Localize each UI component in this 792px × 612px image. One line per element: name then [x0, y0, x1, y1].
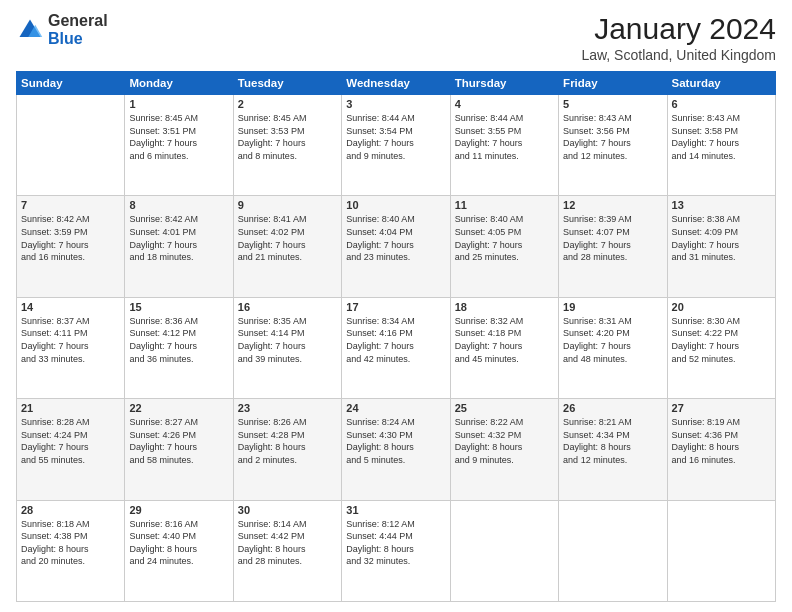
day-number: 10 [346, 199, 445, 211]
day-number: 6 [672, 98, 771, 110]
calendar-cell: 27Sunrise: 8:19 AM Sunset: 4:36 PM Dayli… [667, 399, 775, 500]
location: Law, Scotland, United Kingdom [581, 47, 776, 63]
day-info: Sunrise: 8:24 AM Sunset: 4:30 PM Dayligh… [346, 416, 445, 466]
calendar-table: SundayMondayTuesdayWednesdayThursdayFrid… [16, 71, 776, 602]
day-number: 18 [455, 301, 554, 313]
calendar-cell: 21Sunrise: 8:28 AM Sunset: 4:24 PM Dayli… [17, 399, 125, 500]
calendar-cell: 28Sunrise: 8:18 AM Sunset: 4:38 PM Dayli… [17, 500, 125, 601]
day-number: 29 [129, 504, 228, 516]
day-info: Sunrise: 8:43 AM Sunset: 3:56 PM Dayligh… [563, 112, 662, 162]
calendar-cell: 11Sunrise: 8:40 AM Sunset: 4:05 PM Dayli… [450, 196, 558, 297]
month-title: January 2024 [581, 12, 776, 45]
logo-text: General Blue [48, 12, 108, 47]
calendar-cell: 2Sunrise: 8:45 AM Sunset: 3:53 PM Daylig… [233, 95, 341, 196]
day-info: Sunrise: 8:26 AM Sunset: 4:28 PM Dayligh… [238, 416, 337, 466]
calendar-cell: 13Sunrise: 8:38 AM Sunset: 4:09 PM Dayli… [667, 196, 775, 297]
day-info: Sunrise: 8:40 AM Sunset: 4:05 PM Dayligh… [455, 213, 554, 263]
calendar-header-sunday: Sunday [17, 72, 125, 95]
calendar-cell [559, 500, 667, 601]
logo-icon [16, 16, 44, 44]
day-number: 2 [238, 98, 337, 110]
day-number: 31 [346, 504, 445, 516]
calendar-cell [667, 500, 775, 601]
day-info: Sunrise: 8:42 AM Sunset: 4:01 PM Dayligh… [129, 213, 228, 263]
day-info: Sunrise: 8:42 AM Sunset: 3:59 PM Dayligh… [21, 213, 120, 263]
calendar-cell: 16Sunrise: 8:35 AM Sunset: 4:14 PM Dayli… [233, 297, 341, 398]
day-info: Sunrise: 8:35 AM Sunset: 4:14 PM Dayligh… [238, 315, 337, 365]
logo-general: General [48, 12, 108, 30]
calendar-cell: 9Sunrise: 8:41 AM Sunset: 4:02 PM Daylig… [233, 196, 341, 297]
calendar-header-saturday: Saturday [667, 72, 775, 95]
day-info: Sunrise: 8:45 AM Sunset: 3:53 PM Dayligh… [238, 112, 337, 162]
day-info: Sunrise: 8:22 AM Sunset: 4:32 PM Dayligh… [455, 416, 554, 466]
day-info: Sunrise: 8:18 AM Sunset: 4:38 PM Dayligh… [21, 518, 120, 568]
calendar-cell: 25Sunrise: 8:22 AM Sunset: 4:32 PM Dayli… [450, 399, 558, 500]
day-number: 9 [238, 199, 337, 211]
day-info: Sunrise: 8:16 AM Sunset: 4:40 PM Dayligh… [129, 518, 228, 568]
calendar-cell: 5Sunrise: 8:43 AM Sunset: 3:56 PM Daylig… [559, 95, 667, 196]
calendar-cell: 1Sunrise: 8:45 AM Sunset: 3:51 PM Daylig… [125, 95, 233, 196]
calendar-week-3: 14Sunrise: 8:37 AM Sunset: 4:11 PM Dayli… [17, 297, 776, 398]
page: General Blue January 2024 Law, Scotland,… [0, 0, 792, 612]
calendar-cell: 10Sunrise: 8:40 AM Sunset: 4:04 PM Dayli… [342, 196, 450, 297]
day-number: 14 [21, 301, 120, 313]
day-number: 8 [129, 199, 228, 211]
calendar-week-4: 21Sunrise: 8:28 AM Sunset: 4:24 PM Dayli… [17, 399, 776, 500]
calendar-cell: 7Sunrise: 8:42 AM Sunset: 3:59 PM Daylig… [17, 196, 125, 297]
calendar-cell: 12Sunrise: 8:39 AM Sunset: 4:07 PM Dayli… [559, 196, 667, 297]
day-number: 21 [21, 402, 120, 414]
day-number: 1 [129, 98, 228, 110]
calendar-header-friday: Friday [559, 72, 667, 95]
calendar-cell: 26Sunrise: 8:21 AM Sunset: 4:34 PM Dayli… [559, 399, 667, 500]
calendar-cell: 22Sunrise: 8:27 AM Sunset: 4:26 PM Dayli… [125, 399, 233, 500]
logo: General Blue [16, 12, 108, 47]
calendar-cell: 18Sunrise: 8:32 AM Sunset: 4:18 PM Dayli… [450, 297, 558, 398]
calendar-cell: 6Sunrise: 8:43 AM Sunset: 3:58 PM Daylig… [667, 95, 775, 196]
calendar-cell: 30Sunrise: 8:14 AM Sunset: 4:42 PM Dayli… [233, 500, 341, 601]
day-number: 12 [563, 199, 662, 211]
calendar-cell: 14Sunrise: 8:37 AM Sunset: 4:11 PM Dayli… [17, 297, 125, 398]
title-section: January 2024 Law, Scotland, United Kingd… [581, 12, 776, 63]
day-info: Sunrise: 8:21 AM Sunset: 4:34 PM Dayligh… [563, 416, 662, 466]
calendar-cell [450, 500, 558, 601]
day-info: Sunrise: 8:43 AM Sunset: 3:58 PM Dayligh… [672, 112, 771, 162]
day-info: Sunrise: 8:41 AM Sunset: 4:02 PM Dayligh… [238, 213, 337, 263]
calendar-cell: 17Sunrise: 8:34 AM Sunset: 4:16 PM Dayli… [342, 297, 450, 398]
day-number: 16 [238, 301, 337, 313]
day-info: Sunrise: 8:44 AM Sunset: 3:54 PM Dayligh… [346, 112, 445, 162]
day-number: 4 [455, 98, 554, 110]
calendar-week-5: 28Sunrise: 8:18 AM Sunset: 4:38 PM Dayli… [17, 500, 776, 601]
day-number: 26 [563, 402, 662, 414]
day-info: Sunrise: 8:39 AM Sunset: 4:07 PM Dayligh… [563, 213, 662, 263]
day-info: Sunrise: 8:12 AM Sunset: 4:44 PM Dayligh… [346, 518, 445, 568]
calendar-header-row: SundayMondayTuesdayWednesdayThursdayFrid… [17, 72, 776, 95]
header: General Blue January 2024 Law, Scotland,… [16, 12, 776, 63]
day-info: Sunrise: 8:44 AM Sunset: 3:55 PM Dayligh… [455, 112, 554, 162]
calendar-header-monday: Monday [125, 72, 233, 95]
calendar-cell: 19Sunrise: 8:31 AM Sunset: 4:20 PM Dayli… [559, 297, 667, 398]
day-number: 15 [129, 301, 228, 313]
calendar-cell [17, 95, 125, 196]
day-number: 11 [455, 199, 554, 211]
calendar-cell: 31Sunrise: 8:12 AM Sunset: 4:44 PM Dayli… [342, 500, 450, 601]
day-number: 27 [672, 402, 771, 414]
day-info: Sunrise: 8:36 AM Sunset: 4:12 PM Dayligh… [129, 315, 228, 365]
calendar-cell: 24Sunrise: 8:24 AM Sunset: 4:30 PM Dayli… [342, 399, 450, 500]
calendar-cell: 20Sunrise: 8:30 AM Sunset: 4:22 PM Dayli… [667, 297, 775, 398]
calendar-cell: 23Sunrise: 8:26 AM Sunset: 4:28 PM Dayli… [233, 399, 341, 500]
day-number: 23 [238, 402, 337, 414]
day-number: 20 [672, 301, 771, 313]
day-number: 19 [563, 301, 662, 313]
calendar-week-2: 7Sunrise: 8:42 AM Sunset: 3:59 PM Daylig… [17, 196, 776, 297]
day-info: Sunrise: 8:32 AM Sunset: 4:18 PM Dayligh… [455, 315, 554, 365]
day-number: 5 [563, 98, 662, 110]
calendar-cell: 3Sunrise: 8:44 AM Sunset: 3:54 PM Daylig… [342, 95, 450, 196]
calendar-week-1: 1Sunrise: 8:45 AM Sunset: 3:51 PM Daylig… [17, 95, 776, 196]
day-info: Sunrise: 8:45 AM Sunset: 3:51 PM Dayligh… [129, 112, 228, 162]
day-number: 30 [238, 504, 337, 516]
day-info: Sunrise: 8:34 AM Sunset: 4:16 PM Dayligh… [346, 315, 445, 365]
day-number: 25 [455, 402, 554, 414]
day-number: 24 [346, 402, 445, 414]
calendar-cell: 29Sunrise: 8:16 AM Sunset: 4:40 PM Dayli… [125, 500, 233, 601]
calendar-cell: 15Sunrise: 8:36 AM Sunset: 4:12 PM Dayli… [125, 297, 233, 398]
